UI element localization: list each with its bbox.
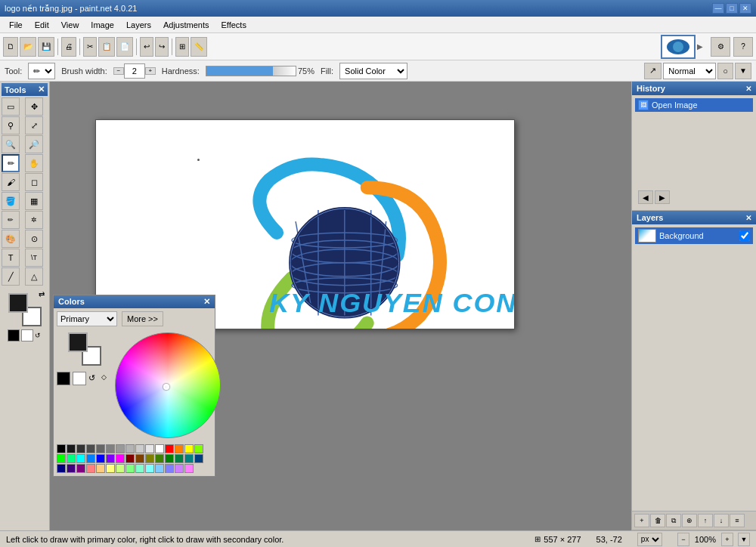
zoom-out-status-btn[interactable]: − (677, 533, 689, 546)
zoom-in-status-btn[interactable]: + (721, 533, 733, 546)
move-selection-tool[interactable]: ⤢ (25, 116, 43, 134)
minimize-button[interactable]: — (712, 3, 724, 14)
layer-up-button[interactable]: ↑ (698, 514, 713, 527)
color-swatch[interactable] (76, 464, 85, 473)
color-swatch[interactable] (135, 454, 144, 463)
text-render-tool[interactable]: \T (25, 249, 43, 267)
color-swatch[interactable] (86, 444, 95, 453)
pan-tool[interactable]: ✋ (25, 154, 43, 172)
color-swatch[interactable] (116, 464, 125, 473)
color-swatch[interactable] (106, 464, 115, 473)
brush-width-input[interactable]: 2 (124, 63, 145, 79)
brush-width-increase[interactable]: + (145, 67, 156, 75)
paste-button[interactable]: 📄 (116, 37, 133, 57)
primary-color-swatch[interactable] (8, 293, 28, 313)
expand-button[interactable]: ▼ (735, 63, 751, 79)
save-button[interactable]: 💾 (38, 37, 54, 57)
color-swatch[interactable] (194, 454, 203, 463)
menu-adjustments[interactable]: Adjustments (157, 19, 215, 31)
history-item[interactable]: 🖼 Open Image (635, 98, 753, 112)
gradient-tool[interactable]: ▦ (25, 192, 43, 210)
color-swatch[interactable] (67, 444, 76, 453)
eraser-tool[interactable]: ◻ (25, 173, 43, 191)
menu-layers[interactable]: Layers (120, 19, 157, 31)
clone-stamp-tool[interactable]: ✲ (25, 211, 43, 229)
line-tool[interactable]: ╱ (2, 267, 20, 286)
reset-colors-icon[interactable]: ↺ (35, 332, 42, 339)
brush-tool[interactable]: 🖌 (2, 173, 20, 191)
color-swatch[interactable] (194, 444, 203, 453)
color-swatch[interactable] (125, 454, 135, 463)
zoom-out-tool[interactable]: 🔎 (25, 135, 43, 153)
units-selector[interactable]: px (637, 533, 662, 546)
move-tool[interactable]: ✥ (25, 97, 43, 116)
zoom-dropdown-btn[interactable]: ▼ (738, 533, 750, 546)
zoom-tool[interactable]: 🔍 (2, 135, 20, 153)
color-swatch[interactable] (116, 454, 125, 463)
ruler-button[interactable]: 📏 (191, 37, 207, 57)
image-tab[interactable] (661, 35, 696, 59)
color-swatch[interactable] (116, 444, 125, 453)
color-swatch[interactable] (106, 444, 115, 453)
color-swatch[interactable] (96, 464, 105, 473)
fill-selector[interactable]: Solid Color (339, 63, 407, 79)
transparent-quick-icon[interactable]: ◇ (101, 373, 112, 385)
color-swatch[interactable] (184, 454, 194, 463)
add-layer-button[interactable]: + (634, 514, 649, 527)
color-type-selector[interactable]: Primary Secondary (57, 311, 117, 326)
color-wheel-wrapper[interactable] (115, 332, 221, 438)
blend-mode-selector[interactable]: Normal (663, 63, 716, 79)
blend-mode-button[interactable]: ↗ (644, 63, 662, 79)
color-swatch[interactable] (155, 454, 164, 463)
merge-layer-button[interactable]: ⊕ (682, 514, 697, 527)
pencil-tool active[interactable]: ✏ (2, 154, 20, 172)
color-swatch[interactable] (175, 444, 184, 453)
copy-button[interactable]: 📋 (98, 37, 115, 57)
fill-tool[interactable]: 🪣 (2, 192, 20, 210)
swap-colors-icon[interactable]: ⇄ (39, 290, 45, 298)
layers-close[interactable]: ✕ (745, 214, 751, 222)
color-swatch[interactable] (184, 444, 194, 453)
color-swatch[interactable] (145, 464, 154, 473)
close-button[interactable]: ✕ (739, 3, 751, 14)
color-burn-tool[interactable]: ⊙ (25, 230, 43, 248)
color-swatch[interactable] (96, 454, 105, 463)
undo-button[interactable]: ↩ (140, 37, 153, 57)
color-swatch[interactable] (165, 464, 174, 473)
menu-image[interactable]: Image (85, 19, 120, 31)
color-swatch[interactable] (86, 464, 95, 473)
opacity-button[interactable]: ○ (717, 63, 733, 79)
color-swatch[interactable] (67, 464, 76, 473)
color-swatch[interactable] (165, 454, 174, 463)
text-tool[interactable]: T (2, 249, 20, 267)
lasso-tool[interactable]: ⚲ (2, 116, 20, 134)
color-swatch[interactable] (145, 454, 154, 463)
recolor-tool[interactable]: 🎨 (2, 230, 20, 248)
layer-down-button[interactable]: ↓ (714, 514, 729, 527)
color-swatch[interactable] (57, 464, 66, 473)
hardness-bar[interactable] (206, 66, 296, 76)
layer-properties-button[interactable]: ≡ (730, 514, 745, 527)
duplicate-layer-button[interactable]: ⧉ (666, 514, 681, 527)
open-button[interactable]: 📂 (20, 37, 36, 57)
black-quick-btn[interactable] (57, 372, 70, 385)
menu-effects[interactable]: Effects (215, 19, 253, 31)
white-swatch[interactable] (21, 329, 33, 341)
color-swatch[interactable] (67, 454, 76, 463)
history-close[interactable]: ✕ (745, 85, 751, 93)
help-button[interactable]: ? (733, 37, 753, 57)
redo-button[interactable]: ↪ (155, 37, 169, 57)
color-swatch[interactable] (135, 444, 144, 453)
color-swatch[interactable] (86, 454, 95, 463)
reset-quick-icon[interactable]: ↺ (88, 373, 99, 385)
color-swatch[interactable] (76, 454, 85, 463)
color-swatch[interactable] (125, 464, 135, 473)
color-swatch[interactable] (184, 464, 194, 473)
menu-view[interactable]: View (55, 19, 85, 31)
layer-visibility-checkbox[interactable] (739, 230, 750, 241)
color-picker-tool[interactable]: ✏ (2, 211, 20, 229)
color-swatch[interactable] (106, 454, 115, 463)
black-swatch[interactable] (8, 329, 20, 341)
grid-button[interactable]: ⊞ (175, 37, 189, 57)
history-back-button[interactable]: ◀ (638, 190, 653, 204)
